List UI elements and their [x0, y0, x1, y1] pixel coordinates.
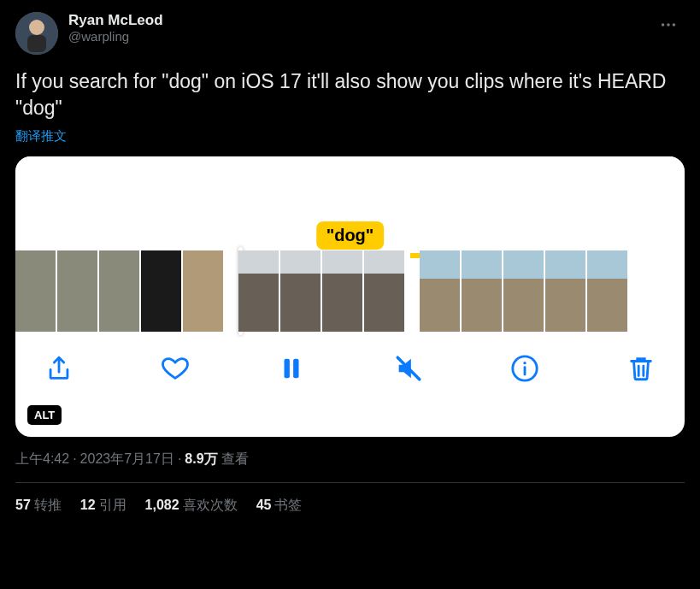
- clip-thumbnail: [15, 250, 56, 332]
- more-button[interactable]: [652, 12, 685, 42]
- info-button[interactable]: [510, 354, 539, 383]
- clip-thumbnail: [183, 250, 223, 332]
- mute-button[interactable]: [394, 354, 423, 383]
- clip-thumbnail: [420, 250, 460, 332]
- clip-group-2: [238, 250, 404, 332]
- avatar-image: [15, 12, 58, 55]
- handle[interactable]: @warpling: [68, 29, 652, 44]
- tweet-meta: 上午4:42·2023年7月17日·8.9万 查看: [15, 451, 685, 468]
- tweet: Ryan McLeod @warpling If you search for …: [0, 0, 700, 515]
- more-icon: [659, 15, 678, 34]
- share-button[interactable]: [44, 354, 74, 383]
- display-name[interactable]: Ryan McLeod: [68, 12, 652, 29]
- tweet-header: Ryan McLeod @warpling: [15, 12, 685, 55]
- clip-thumbnail: [462, 250, 502, 332]
- svg-point-1: [29, 20, 44, 35]
- clip-group-1: [15, 250, 223, 332]
- share-icon: [44, 354, 74, 383]
- clip-thumbnail: [503, 250, 544, 332]
- translate-link[interactable]: 翻译推文: [15, 128, 685, 144]
- trash-icon: [626, 354, 656, 383]
- clip-group-3: [420, 250, 627, 332]
- clip-thumbnail: [141, 250, 181, 332]
- tweet-date[interactable]: 2023年7月17日: [80, 451, 174, 466]
- heart-icon: [161, 354, 190, 383]
- tweet-stats: 57转推 12引用 1,082喜欢次数 45书签: [15, 483, 685, 515]
- info-icon: [510, 354, 539, 383]
- pause-icon: [277, 354, 306, 383]
- alt-badge[interactable]: ALT: [27, 405, 62, 425]
- clip-thumbnail: [57, 250, 97, 332]
- author-names: Ryan McLeod @warpling: [68, 12, 652, 44]
- svg-point-5: [673, 23, 676, 27]
- avatar[interactable]: [15, 12, 58, 55]
- svg-rect-6: [285, 359, 290, 379]
- caption-badge: "dog": [316, 221, 385, 250]
- stat-likes[interactable]: 1,082喜欢次数: [145, 497, 238, 515]
- stat-bookmarks[interactable]: 45书签: [256, 497, 303, 515]
- speaker-muted-icon: [394, 354, 423, 383]
- clip-thumbnail: [280, 250, 321, 332]
- tweet-text: If you search for "dog" on iOS 17 it'll …: [15, 68, 685, 121]
- delete-button[interactable]: [626, 354, 656, 383]
- clip-thumbnail: [238, 250, 279, 332]
- tweet-time[interactable]: 上午4:42: [15, 451, 69, 466]
- clip-thumbnail: [587, 250, 627, 332]
- clip-thumbnail: [99, 250, 139, 332]
- clip-thumbnail: [364, 250, 404, 332]
- views-label: 查看: [221, 451, 249, 466]
- svg-point-11: [523, 362, 526, 364]
- svg-point-4: [667, 23, 670, 27]
- pause-button[interactable]: [277, 354, 306, 383]
- views-count[interactable]: 8.9万: [185, 451, 217, 466]
- clip-thumbnail: [322, 250, 362, 332]
- svg-rect-7: [294, 359, 299, 379]
- stat-retweets[interactable]: 57转推: [15, 497, 62, 515]
- clip-thumbnail: [545, 250, 585, 332]
- svg-point-3: [662, 23, 665, 27]
- stat-quotes[interactable]: 12引用: [80, 497, 126, 515]
- media-card[interactable]: "dog": [15, 156, 685, 437]
- like-button[interactable]: [161, 354, 190, 383]
- video-filmstrip[interactable]: [15, 250, 685, 332]
- media-toolbar: [15, 332, 685, 383]
- svg-rect-2: [27, 35, 46, 52]
